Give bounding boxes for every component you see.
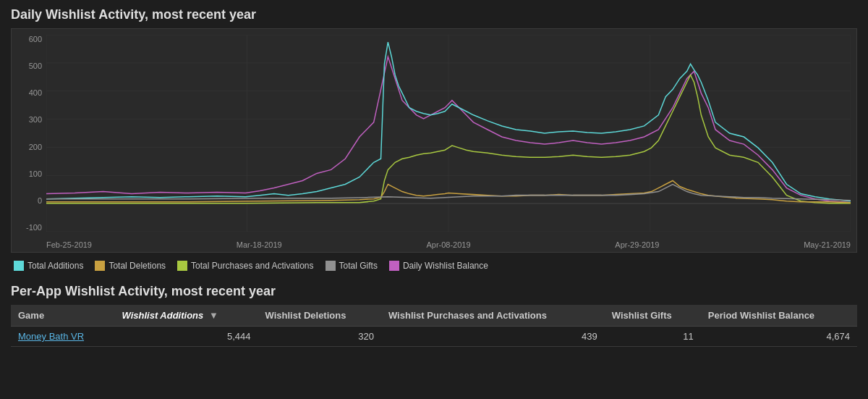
y-label-500: 500 bbox=[29, 62, 42, 70]
y-label-600: 600 bbox=[29, 35, 42, 43]
legend-color-additions bbox=[14, 261, 24, 271]
legend-color-deletions bbox=[95, 261, 105, 271]
x-label-apr08: Apr-08-2019 bbox=[426, 240, 470, 249]
balance-cell: 4,674 bbox=[701, 327, 857, 347]
col-balance: Period Wishlist Balance bbox=[701, 305, 857, 327]
sort-arrow-icon: ▼ bbox=[209, 310, 218, 321]
y-label-300: 300 bbox=[29, 115, 42, 124]
legend-gifts: Total Gifts bbox=[326, 261, 378, 271]
main-container: Daily Wishlist Activity, most recent yea… bbox=[0, 0, 868, 354]
legend-label-balance: Daily Wishlist Balance bbox=[403, 261, 488, 271]
activity-table: Game Wishlist Additions ▼ Wishlist Delet… bbox=[11, 305, 857, 347]
legend-color-gifts bbox=[326, 261, 336, 271]
additions-cell: 5,444 bbox=[114, 327, 258, 347]
y-label-neg100: -100 bbox=[26, 223, 42, 232]
legend-label-purchases: Total Purchases and Activations bbox=[191, 261, 313, 271]
col-game: Game bbox=[11, 305, 114, 327]
gifts-cell: 11 bbox=[605, 327, 701, 347]
y-axis: 600 500 400 300 200 100 0 -100 bbox=[12, 35, 45, 232]
legend-color-balance bbox=[389, 261, 399, 271]
chart-area bbox=[46, 35, 851, 232]
table-row: Money Bath VR 5,444 320 439 11 4,674 bbox=[11, 327, 857, 347]
table-header-row: Game Wishlist Additions ▼ Wishlist Delet… bbox=[11, 305, 857, 327]
legend-label-gifts: Total Gifts bbox=[339, 261, 378, 271]
y-label-0: 0 bbox=[38, 196, 42, 205]
legend-label-deletions: Total Deletions bbox=[109, 261, 166, 271]
col-additions[interactable]: Wishlist Additions ▼ bbox=[114, 305, 258, 327]
col-deletions: Wishlist Deletions bbox=[258, 305, 381, 327]
table-title: Per-App Wishlist Activity, most recent y… bbox=[11, 284, 857, 299]
chart-container: 600 500 400 300 200 100 0 -100 bbox=[11, 28, 857, 253]
legend-additions: Total Additions bbox=[14, 261, 83, 271]
legend-color-purchases bbox=[177, 261, 187, 271]
col-purchases: Wishlist Purchases and Activations bbox=[381, 305, 605, 327]
deletions-cell: 320 bbox=[258, 327, 381, 347]
col-additions-label: Wishlist Additions bbox=[122, 310, 203, 321]
x-label-may21: May-21-2019 bbox=[804, 240, 851, 249]
y-label-100: 100 bbox=[29, 169, 42, 178]
x-label-apr29: Apr-29-2019 bbox=[615, 240, 659, 249]
purchases-cell: 439 bbox=[381, 327, 605, 347]
table-section: Per-App Wishlist Activity, most recent y… bbox=[11, 284, 857, 347]
legend-deletions: Total Deletions bbox=[95, 261, 166, 271]
col-gifts: Wishlist Gifts bbox=[605, 305, 701, 327]
chart-legend: Total Additions Total Deletions Total Pu… bbox=[11, 256, 857, 275]
x-axis: Feb-25-2019 Mar-18-2019 Apr-08-2019 Apr-… bbox=[46, 240, 851, 249]
game-link[interactable]: Money Bath VR bbox=[18, 331, 84, 342]
legend-balance: Daily Wishlist Balance bbox=[389, 261, 488, 271]
legend-purchases: Total Purchases and Activations bbox=[177, 261, 313, 271]
chart-svg bbox=[46, 35, 851, 232]
x-label-mar18: Mar-18-2019 bbox=[237, 240, 282, 249]
game-name-cell: Money Bath VR bbox=[11, 327, 114, 347]
chart-title: Daily Wishlist Activity, most recent yea… bbox=[11, 7, 857, 22]
y-label-200: 200 bbox=[29, 143, 42, 151]
y-label-400: 400 bbox=[29, 88, 42, 97]
legend-label-additions: Total Additions bbox=[27, 261, 83, 271]
x-label-feb25: Feb-25-2019 bbox=[46, 240, 92, 249]
